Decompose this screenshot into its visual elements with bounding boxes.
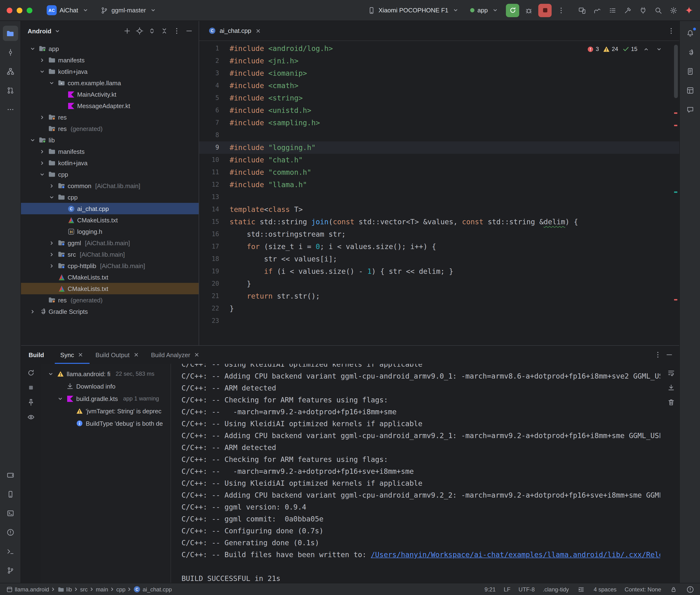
hide-build-panel-icon[interactable]: [665, 350, 674, 359]
warning-count[interactable]: 24: [603, 46, 618, 52]
error-stripe-mark[interactable]: [674, 125, 677, 126]
scroll-to-end-icon[interactable]: [667, 383, 675, 392]
code-line-13[interactable]: 13: [199, 191, 679, 203]
zoom-window-button[interactable]: [27, 7, 32, 13]
editor-tab-ai-chat-cpp[interactable]: Cai_chat.cpp: [203, 21, 266, 41]
previous-problem-icon[interactable]: [642, 45, 650, 53]
tree-item-res[interactable]: res(generated): [21, 294, 199, 306]
build-tab-build-analyzer[interactable]: Build Analyzer: [145, 346, 206, 364]
chevron-down-icon[interactable]: [38, 170, 46, 178]
tree-item-src[interactable]: src[AiChat.lib.main]: [21, 249, 199, 260]
chevron-down-icon[interactable]: [29, 136, 36, 144]
gemini-button[interactable]: [682, 4, 696, 17]
tree-item-res[interactable]: res(generated): [21, 123, 199, 134]
inspect-icon[interactable]: [27, 413, 35, 421]
add-icon[interactable]: [121, 25, 133, 37]
clang-tidy-status[interactable]: .clang-tidy: [543, 586, 569, 593]
chevron-right-icon[interactable]: [38, 56, 46, 64]
breadcrumb-lib[interactable]: lib: [57, 586, 72, 593]
hide-panel-icon[interactable]: [184, 25, 195, 37]
code-line-11[interactable]: 11#include "common.h": [199, 166, 679, 178]
code-line-3[interactable]: 3#include <iomanip>: [199, 67, 679, 80]
breadcrumb-main[interactable]: main: [96, 586, 108, 593]
build-tree-item-jvmtarget-string-is-deprec[interactable]: 'jvmTarget: String' is deprec: [41, 405, 171, 417]
close-tab-icon[interactable]: [133, 351, 140, 358]
chevron-down-icon[interactable]: [53, 27, 62, 35]
tool-strip-project[interactable]: [3, 26, 18, 41]
tree-item-logging-h[interactable]: Hlogging.h: [21, 226, 199, 237]
close-tab-icon[interactable]: [194, 351, 200, 358]
breadcrumb-ai-chat-cpp[interactable]: Cai_chat.cpp: [134, 586, 172, 593]
minimize-window-button[interactable]: [17, 7, 22, 13]
tree-item-lib[interactable]: lib: [21, 134, 199, 146]
tool-strip-terminal[interactable]: [3, 544, 18, 559]
tree-item-kotlin-java[interactable]: kotlin+java: [21, 66, 199, 77]
device-selector[interactable]: Xiaomi POCOPHONE F1: [363, 4, 464, 17]
soft-wrap-icon[interactable]: [667, 369, 675, 377]
profiler-button[interactable]: [591, 4, 604, 17]
code-line-9[interactable]: 9#include "logging.h": [199, 141, 679, 154]
tool-strip-problems[interactable]: [3, 525, 18, 540]
device-mirroring-button[interactable]: [576, 4, 589, 17]
code-line-5[interactable]: 5#include <string>: [199, 92, 679, 104]
tree-item-manifests[interactable]: manifests: [21, 54, 199, 66]
caret-position[interactable]: 9:21: [484, 586, 496, 593]
chevron-down-icon[interactable]: [38, 67, 46, 75]
indent-widget[interactable]: [577, 585, 586, 594]
tool-strip-gradle[interactable]: [682, 45, 698, 60]
tab-options-icon[interactable]: [667, 26, 675, 35]
chevron-right-icon[interactable]: [48, 262, 55, 270]
tree-item-cmakelists-txt[interactable]: CMakeLists.txt: [21, 283, 199, 294]
tree-item-messageadapter-kt[interactable]: MessageAdapter.kt: [21, 100, 199, 111]
pin-tab-icon[interactable]: [27, 398, 35, 407]
project-selector[interactable]: AC AiChat: [43, 3, 93, 17]
close-tab-icon[interactable]: [77, 351, 84, 358]
chevron-right-icon[interactable]: [48, 251, 55, 258]
code-line-21[interactable]: 21 return str.str();: [199, 290, 679, 302]
tool-strip-more-tool-windows[interactable]: [3, 102, 18, 117]
tool-strip-pull-requests[interactable]: [3, 83, 18, 98]
chevron-right-icon[interactable]: [48, 182, 55, 190]
build-options-icon[interactable]: [653, 350, 662, 359]
expand-all-icon[interactable]: [146, 25, 158, 37]
line-separator[interactable]: LF: [504, 586, 510, 593]
build-hammer-button[interactable]: [621, 4, 635, 17]
close-window-button[interactable]: [7, 7, 12, 13]
rerun-app-button[interactable]: [506, 4, 519, 17]
scrollbar-thumb[interactable]: [674, 45, 678, 98]
tree-item-mainactivity-kt[interactable]: MainActivity.kt: [21, 89, 199, 100]
code-line-10[interactable]: 10#include "chat.h": [199, 154, 679, 166]
error-stripe-mark[interactable]: [674, 299, 677, 301]
breadcrumb-src[interactable]: src: [80, 586, 88, 593]
editor-scrollbar[interactable]: [673, 41, 679, 345]
build-panel-title[interactable]: Build: [29, 351, 44, 358]
chevron-down-icon[interactable]: [29, 45, 36, 52]
tool-strip-app-quality-insights[interactable]: [682, 102, 698, 117]
next-problem-icon[interactable]: [654, 45, 663, 53]
file-encoding[interactable]: UTF-8: [519, 586, 535, 593]
tool-strip-notifications[interactable]: [682, 26, 698, 41]
tree-item-cmakelists-txt[interactable]: CMakeLists.txt: [21, 214, 199, 226]
change-stripe-mark[interactable]: [674, 192, 677, 193]
tool-strip-running-devices[interactable]: [3, 468, 18, 483]
tree-item-cpp[interactable]: cpp: [21, 192, 199, 203]
chevron-right-icon[interactable]: [48, 239, 55, 247]
options-icon[interactable]: [171, 25, 183, 37]
chevron-down-icon[interactable]: [56, 395, 64, 402]
tree-item-common[interactable]: common[AiChat.lib.main]: [21, 180, 199, 192]
build-tab-build-output[interactable]: Build Output: [90, 346, 145, 364]
code-line-17[interactable]: 17 for (size_t i = 0; i < values.size();…: [199, 240, 679, 253]
tool-strip-version-control[interactable]: [3, 563, 18, 578]
resource-context[interactable]: Context: None: [625, 586, 661, 593]
tree-item-ai-chat-cpp[interactable]: Cai_chat.cpp: [21, 203, 199, 214]
tree-item-kotlin-java[interactable]: kotlin+java: [21, 157, 199, 169]
collapse-all-icon[interactable]: [159, 25, 170, 37]
code-area[interactable]: 1#include <android/log.h>2#include <jni.…: [199, 41, 679, 345]
code-line-8[interactable]: 8: [199, 129, 679, 141]
chevron-down-icon[interactable]: [48, 79, 55, 87]
settings-button[interactable]: [667, 4, 680, 17]
rerun-build-icon[interactable]: [27, 369, 35, 377]
tool-strip-logcat[interactable]: [3, 506, 18, 521]
tool-strip-structure[interactable]: [3, 64, 18, 79]
chevron-right-icon[interactable]: [38, 148, 46, 155]
